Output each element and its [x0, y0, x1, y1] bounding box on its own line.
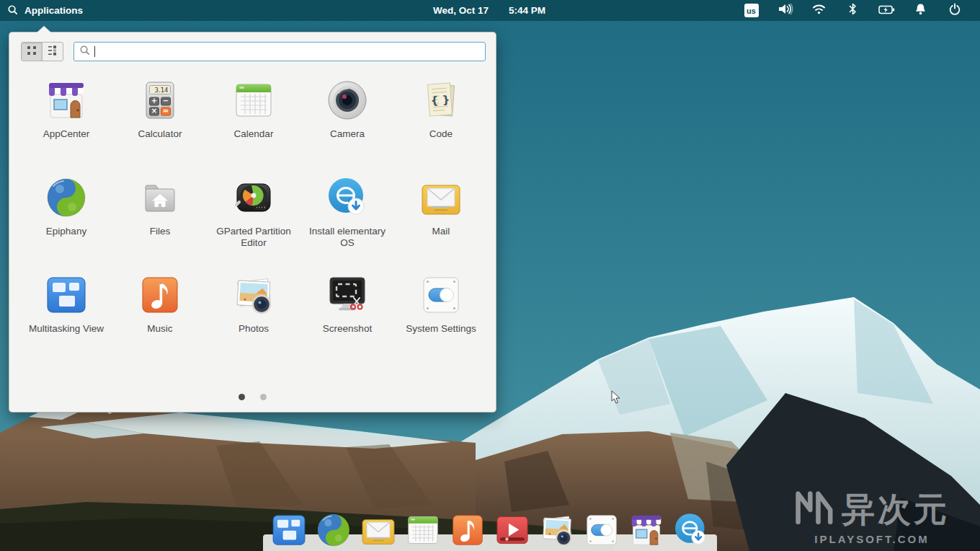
- wifi-icon: [812, 4, 826, 17]
- grid-view-icon: [26, 45, 37, 59]
- app-label: Screenshot: [323, 323, 372, 335]
- applications-menu-label: Applications: [24, 5, 83, 16]
- keyboard-layout-indicator[interactable]: us: [734, 0, 768, 21]
- notifications-icon: [915, 3, 926, 18]
- search-icon: [7, 4, 18, 17]
- dock-item-mail[interactable]: [359, 511, 398, 550]
- dock-item-system-settings[interactable]: [582, 511, 621, 550]
- settings-icon: [582, 511, 621, 550]
- svg-text:−: −: [163, 97, 169, 105]
- app-multitasking-view[interactable]: Multitasking View: [19, 272, 113, 369]
- app-grid: AppCenter3.14+−×=CalculatorCalendarCamer…: [19, 77, 488, 369]
- battery-indicator[interactable]: [870, 0, 904, 21]
- app-label: Music: [147, 323, 172, 335]
- install-elementary-icon: [324, 175, 370, 221]
- app-label: Epiphany: [46, 226, 86, 237]
- app-calendar[interactable]: Calendar: [207, 77, 300, 175]
- panel-indicators: us: [545, 0, 980, 21]
- camera-icon: [324, 77, 370, 123]
- app-photos[interactable]: Photos: [207, 272, 300, 369]
- dock-item-calendar[interactable]: [404, 511, 442, 550]
- dock-item-music[interactable]: [448, 511, 487, 550]
- dock-item-appcenter[interactable]: [627, 511, 666, 550]
- svg-text:+: +: [151, 97, 157, 105]
- wifi-indicator[interactable]: [802, 0, 836, 21]
- search-icon: [79, 45, 90, 58]
- app-system-settings[interactable]: System Settings: [394, 272, 488, 369]
- app-files[interactable]: Files: [113, 175, 207, 272]
- calendar-icon: [404, 511, 442, 550]
- volume-icon: [778, 3, 793, 18]
- multitasking-icon: [43, 272, 89, 318]
- dock-item-photos[interactable]: [538, 511, 576, 550]
- launcher-pager: [9, 394, 496, 400]
- app-label: AppCenter: [43, 128, 90, 140]
- app-calculator[interactable]: 3.14+−×=Calculator: [113, 77, 207, 175]
- app-epiphany[interactable]: Epiphany: [19, 175, 113, 272]
- photos-icon: [538, 511, 576, 550]
- app-label: Calendar: [234, 128, 274, 140]
- dock: [270, 511, 710, 550]
- power-indicator[interactable]: [937, 0, 971, 21]
- dock-item-videos[interactable]: [493, 511, 532, 550]
- mail-icon: [418, 175, 464, 221]
- app-label: Code: [429, 128, 453, 140]
- files-icon: [137, 175, 183, 221]
- multitasking-icon: [270, 511, 308, 550]
- volume-indicator[interactable]: [768, 0, 802, 21]
- music-icon: [137, 272, 183, 318]
- datetime-indicator[interactable]: Wed, Oct 17 5:44 PM: [433, 5, 545, 16]
- keyboard-layout-badge: us: [744, 4, 759, 17]
- svg-text:=: =: [163, 107, 169, 115]
- dock-item-epiphany[interactable]: [314, 511, 353, 550]
- app-label: Files: [150, 226, 171, 237]
- app-label: Calculator: [138, 128, 182, 140]
- application-launcher: AppCenter3.14+−×=CalculatorCalendarCamer…: [9, 32, 496, 413]
- calendar-icon: [231, 77, 277, 123]
- dock-item-install-elementary-os[interactable]: [672, 511, 710, 550]
- code-icon: { }: [418, 77, 464, 123]
- list-view-button[interactable]: [42, 43, 63, 61]
- app-gparted-partition-editor[interactable]: GParted Partition Editor: [207, 175, 300, 272]
- power-icon: [949, 3, 961, 18]
- music-icon: [448, 511, 487, 550]
- app-music[interactable]: Music: [113, 272, 207, 369]
- photos-icon: [231, 272, 277, 318]
- svg-text:{ }: { }: [430, 93, 450, 107]
- applications-menu-button[interactable]: Applications: [7, 4, 83, 17]
- app-appcenter[interactable]: AppCenter: [19, 77, 113, 175]
- app-screenshot[interactable]: Screenshot: [300, 272, 394, 369]
- bluetooth-icon: [849, 3, 857, 18]
- videos-icon: [493, 511, 532, 550]
- appcenter-icon: [43, 77, 89, 123]
- list-view-icon: [47, 45, 58, 59]
- app-label: Mail: [432, 226, 450, 237]
- app-mail[interactable]: Mail: [394, 175, 488, 272]
- grid-view-button[interactable]: [22, 43, 42, 61]
- text-caret: [94, 46, 95, 57]
- calculator-icon: 3.14+−×=: [137, 77, 183, 123]
- screenshot-icon: [324, 272, 370, 318]
- bluetooth-indicator[interactable]: [836, 0, 870, 21]
- pager-dot-1[interactable]: [239, 394, 245, 400]
- gparted-icon: [231, 175, 277, 221]
- app-install-elementary-os[interactable]: Install elementary OS: [300, 175, 394, 272]
- app-label: GParted Partition Editor: [209, 226, 298, 250]
- app-label: Install elementary OS: [303, 226, 392, 250]
- app-code[interactable]: { }Code: [394, 77, 488, 175]
- dock-item-multitasking-view[interactable]: [270, 511, 308, 550]
- battery-icon: [878, 4, 895, 17]
- view-toggle: [21, 42, 63, 61]
- app-label: Photos: [239, 323, 269, 335]
- mail-icon: [359, 511, 398, 550]
- launcher-arrow: [37, 26, 51, 32]
- panel-time: 5:44 PM: [509, 5, 545, 16]
- appcenter-icon: [627, 511, 666, 550]
- epiphany-icon: [314, 511, 353, 550]
- app-label: Camera: [330, 128, 365, 140]
- app-search-input[interactable]: [74, 42, 486, 61]
- pager-dot-2[interactable]: [260, 394, 267, 400]
- app-camera[interactable]: Camera: [300, 77, 394, 175]
- svg-text:×: ×: [151, 107, 157, 115]
- notifications-indicator[interactable]: [904, 0, 937, 21]
